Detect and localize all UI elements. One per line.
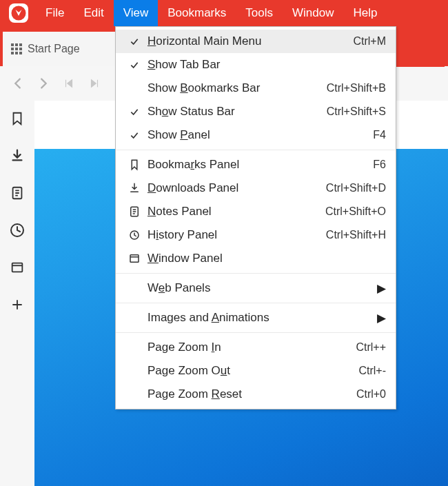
shortcut-text: F6 (373, 159, 386, 171)
checkmark-icon (129, 36, 140, 47)
bookmark-icon (10, 111, 25, 126)
menuitem-show-bookmarks-bar[interactable]: Show Bookmarks Bar Ctrl+Shift+B (116, 77, 396, 100)
vivaldi-logo[interactable] (1, 0, 36, 26)
panel-history-button[interactable] (3, 216, 31, 244)
window-icon (128, 252, 141, 265)
menuitem-history-panel[interactable]: History Panel Ctrl+Shift+H (116, 223, 396, 247)
submenu-arrow-icon: ▶ (377, 281, 386, 296)
shortcut-text: Ctrl+Shift+S (327, 105, 386, 118)
skip-back-icon (63, 77, 75, 90)
notes-icon (10, 185, 25, 201)
svg-rect-4 (12, 263, 23, 272)
window-icon (10, 260, 25, 275)
shortcut-text: Ctrl+Shift+B (327, 82, 386, 94)
menu-help[interactable]: Help (343, 0, 387, 26)
menuitem-horizontal-main-menu[interactable]: Horizontal Main Menu Ctrl+M (116, 30, 396, 53)
menuitem-web-panels[interactable]: Web Panels ▶ (116, 276, 396, 300)
menu-view[interactable]: View (114, 0, 159, 26)
submenu-arrow-icon: ▶ (377, 311, 386, 325)
panel-downloads-button[interactable] (3, 142, 31, 170)
view-menu-dropdown: Horizontal Main Menu Ctrl+M Show Tab Bar… (115, 26, 396, 409)
shortcut-text: Ctrl+Shift+D (326, 182, 386, 194)
menuitem-notes-panel[interactable]: Notes Panel Ctrl+Shift+O (116, 200, 396, 223)
chevron-left-icon (10, 76, 26, 91)
tab-start-page[interactable]: Start Page (3, 32, 120, 66)
menu-window[interactable]: Window (283, 0, 343, 26)
nav-rewind-button[interactable] (57, 71, 81, 96)
skip-forward-icon (88, 77, 101, 90)
panel-notes-button[interactable] (3, 179, 31, 207)
menuitem-page-zoom-out[interactable]: Page Zoom Out Ctrl+- (116, 359, 396, 383)
menuitem-images-and-animations[interactable]: Images and Animations ▶ (116, 306, 396, 330)
menuitem-show-tab-bar[interactable]: Show Tab Bar (116, 53, 396, 77)
menu-separator (116, 332, 396, 333)
menu-separator (116, 273, 396, 274)
shortcut-text: Ctrl+Shift+O (325, 205, 386, 218)
menu-bookmarks[interactable]: Bookmarks (158, 0, 236, 26)
panel-window-button[interactable] (3, 254, 31, 281)
menuitem-page-zoom-in[interactable]: Page Zoom In Ctrl++ (116, 336, 396, 359)
menu-separator (116, 303, 396, 303)
svg-rect-7 (130, 255, 139, 263)
nav-forward-button[interactable] (31, 71, 56, 96)
menuitem-page-zoom-reset[interactable]: Page Zoom Reset Ctrl+0 (116, 383, 396, 406)
notes-icon (128, 205, 141, 218)
download-icon (10, 148, 25, 163)
menu-edit[interactable]: Edit (74, 0, 113, 26)
chevron-right-icon (36, 76, 51, 91)
shortcut-text: Ctrl+0 (356, 388, 386, 401)
nav-back-button[interactable] (6, 71, 30, 96)
menuitem-downloads-panel[interactable]: Downloads Panel Ctrl+Shift+D (116, 176, 396, 200)
download-icon (128, 182, 141, 194)
nav-fastforward-button[interactable] (82, 71, 107, 96)
menuitem-bookmarks-panel[interactable]: Bookmarks Panel F6 (116, 153, 396, 176)
panel-add-button[interactable] (3, 291, 31, 318)
menu-bar: File Edit View Bookmarks Tools Window He… (0, 0, 448, 26)
menu-separator (116, 150, 396, 150)
menu-tools[interactable]: Tools (236, 0, 283, 26)
menuitem-window-panel[interactable]: Window Panel (116, 247, 396, 270)
side-panel (0, 101, 34, 486)
checkmark-icon (129, 130, 140, 141)
vivaldi-logo-icon (8, 3, 29, 23)
checkmark-icon (129, 59, 140, 70)
start-page-icon (11, 43, 22, 54)
clock-icon (128, 229, 141, 241)
clock-icon (9, 222, 26, 239)
shortcut-text: Ctrl++ (356, 341, 386, 354)
checkmark-icon (129, 106, 140, 117)
menu-file[interactable]: File (36, 0, 74, 26)
tab-label: Start Page (28, 43, 80, 55)
bookmark-icon (128, 159, 141, 171)
menuitem-show-panel[interactable]: Show Panel F4 (116, 123, 396, 147)
shortcut-text: Ctrl+Shift+H (326, 229, 386, 241)
shortcut-text: F4 (373, 129, 386, 141)
shortcut-text: Ctrl+- (358, 365, 386, 377)
panel-bookmarks-button[interactable] (3, 105, 31, 132)
shortcut-text: Ctrl+M (353, 35, 386, 48)
menuitem-show-status-bar[interactable]: Show Status Bar Ctrl+Shift+S (116, 100, 396, 123)
plus-icon (11, 298, 23, 311)
